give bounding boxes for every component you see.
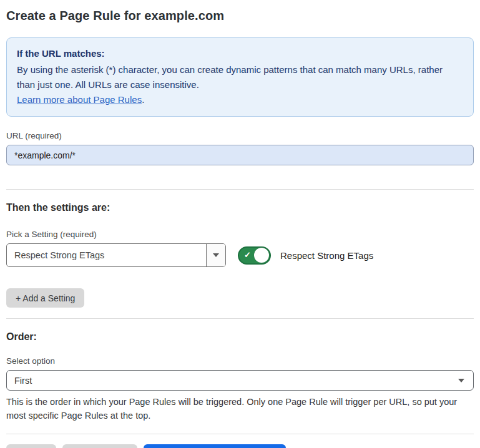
order-select[interactable]: First — [6, 370, 474, 391]
toggle-knob — [254, 248, 269, 263]
setting-select-value: Respect Strong ETags — [7, 244, 206, 266]
page-title: Create a Page Rule for example.com — [6, 9, 474, 23]
order-select-label: Select option — [6, 356, 474, 366]
divider — [6, 189, 474, 190]
url-match-info-box: If the URL matches: By using the asteris… — [6, 37, 474, 117]
info-box-heading: If the URL matches: — [17, 46, 463, 61]
order-select-value: First — [14, 376, 32, 386]
page-rule-form: Create a Page Rule for example.com If th… — [0, 0, 480, 448]
learn-more-link[interactable]: Learn more about Page Rules — [17, 94, 142, 105]
toggle-label: Respect Strong ETags — [280, 250, 373, 261]
info-box-body: By using the asterisk (*) character, you… — [17, 62, 463, 92]
save-and-deploy-button[interactable]: Save and Deploy Page Rule — [144, 444, 286, 448]
footer-actions: Cancel Save as Draft Save and Deploy Pag… — [6, 444, 474, 448]
settings-section-heading: Then the settings are: — [6, 202, 474, 213]
chevron-down-icon — [458, 379, 464, 382]
chevron-down-icon — [213, 253, 219, 257]
order-section-heading: Order: — [6, 331, 474, 343]
link-period: . — [142, 94, 144, 105]
order-help-text: This is the order in which your Page Rul… — [6, 395, 474, 422]
url-input[interactable] — [6, 145, 474, 165]
check-icon: ✓ — [244, 251, 251, 259]
divider — [6, 434, 474, 434]
setting-row: Respect Strong ETags ✓ Respect Strong ET… — [6, 243, 474, 267]
divider — [6, 318, 474, 319]
add-setting-button[interactable]: + Add a Setting — [6, 288, 84, 308]
info-box-link-line: Learn more about Page Rules. — [17, 92, 463, 107]
setting-select[interactable]: Respect Strong ETags — [6, 243, 226, 267]
url-field-label: URL (required) — [6, 131, 474, 140]
save-as-draft-button[interactable]: Save as Draft — [62, 444, 138, 448]
pick-setting-label: Pick a Setting (required) — [6, 230, 474, 239]
setting-select-caret-button[interactable] — [206, 244, 225, 266]
cancel-button[interactable]: Cancel — [6, 444, 56, 448]
respect-strong-etags-toggle[interactable]: ✓ — [238, 246, 271, 265]
